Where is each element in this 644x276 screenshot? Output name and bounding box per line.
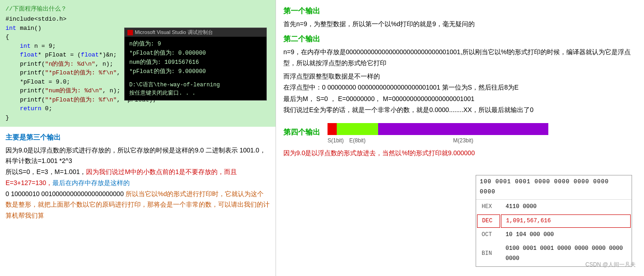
vs-popup-titlebar: Microsoft Visual Studio 调试控制台 [125,28,266,37]
code-block: //下面程序输出什么？ #include<stdio.h> int main()… [0,0,276,127]
vs-popup-body: n的值为: 9 *pFloat的值为: 0.000000 num的值为: 109… [125,37,266,79]
code-comment: //下面程序输出什么？ [6,5,270,13]
bit-m [378,123,548,135]
left-para-1: 因为9.0是以浮点数的形式进行存放的，所以它存放的时候是这样的9.0 二进制表示… [6,145,270,167]
code-line-8: return 0; [6,104,270,113]
right-inner: 第一个输出 首先n=9，为整型数据，所以第一个以%d打印的就是9，毫无疑问的 第… [283,5,637,271]
float-diagram-wrap: 第四个输出 S(1bit) E(8bit) M(23bit) [283,119,637,159]
left-para-2: 所以S=0，E=3，M=1.001，因为我们说过M中的小数点前的1是不要存放的，… [6,167,270,189]
section-4-title: 第四个输出 [283,126,320,139]
vs-line-4: *pFloat的值为: 9.000000 [129,67,262,76]
bit-s [328,123,337,135]
section-1-title: 第一个输出 [283,5,637,17]
hex-table-row: OCT10 104 000 000 [477,229,631,242]
right-panel: 第一个输出 首先n=9，为整型数据，所以第一个以%d打印的就是9，毫无疑问的 第… [276,0,644,276]
bit-labels: S(1bit) E(8bit) M(23bit) [328,136,548,146]
vs-popup-title: Microsoft Visual Studio 调试控制台 [135,29,213,36]
hex-label: HEX [477,201,500,214]
left-para-3: 0 10000010 00100000000000000000000 所以当它以… [6,189,270,221]
hex-label: DEC [477,214,500,228]
include-line: #include<stdio.h> [6,15,270,24]
bit-label-m: M(23bit) [378,136,548,146]
section-4-wrap: 第四个输出 S(1bit) E(8bit) M(23bit) [283,119,637,159]
section-3-body4: 最后为M， S=0 ， E=00000000， M=00000000000000… [283,93,637,105]
section-3-body2: 而浮点型跟整型取数据是不一样的 [283,71,637,82]
float-diagram: S(1bit) E(8bit) M(23bit) [328,119,548,146]
hex-table-wrap: 100 0001 0001 0000 0000 0000 0000 0000 H… [476,175,632,267]
vs-footer-2: 按任意键关闭此窗口. . . [129,89,262,97]
hex-label: BIN [477,242,500,265]
code-line-9: } [6,113,270,123]
section-3-body5: 我们说过E全为零的话，就是一个非常小的数，就是0.0000........XX，… [283,104,637,116]
vs-popup-footer: D:\C语言\the-way-of-learning 按任意键关闭此窗口. . … [125,79,266,100]
vs-icon [127,30,133,35]
bit-label-s: S(1bit) [328,136,337,146]
section-1-body: 首先n=9，为整型数据，所以第一个以%d打印的就是9，毫无疑问的 [283,18,637,30]
hex-value: 4110 0000 [501,201,631,214]
section-3: 而浮点型跟整型取数据是不一样的 在浮点型中：0 00000000 0000000… [283,71,637,116]
vs-line-3: num的值为: 1091567616 [129,58,262,67]
left-text-area: 主要是第三个输出 因为9.0是以浮点数的形式进行存放的，所以它存放的时候是这样的… [0,127,276,226]
bit-e [337,123,378,135]
left-panel: //下面程序输出什么？ #include<stdio.h> int main()… [0,0,276,276]
hex-table: HEX4110 0000DEC1,091,567,616OCT10 104 00… [476,200,632,266]
hex-value: 10 104 000 000 [501,229,631,242]
section-4-body: 因为9.0是以浮点数的形式放进去，当然以%f的形式打印就9.000000 [283,147,637,159]
section-1: 第一个输出 首先n=9，为整型数据，所以第一个以%d打印的就是9，毫无疑问的 [283,5,637,30]
vs-line-2: *pFloat的值为: 0.000000 [129,49,262,58]
hex-value: 1,091,567,616 [501,214,631,228]
vs-line-1: n的值为: 9 [129,39,262,49]
float-bit-bar [328,123,548,135]
bit-label-e: E(8bit) [337,136,378,146]
hex-table-row: HEX4110 0000 [477,201,631,214]
hex-table-row: DEC1,091,567,616 [477,214,631,228]
vs-footer-1: D:\C语言\the-way-of-learning [129,81,262,89]
csdn-watermark: CSDN @人间一凡夫 [585,260,636,270]
keyword-int: int [6,25,16,32]
section-2-body: n=9，在内存中存放是00000000000000000000000000001… [283,46,637,69]
left-heading: 主要是第三个输出 [6,131,270,143]
section-2: 第二个输出 n=9，在内存中存放是00000000000000000000000… [283,33,637,69]
section-2-title: 第二个输出 [283,33,637,45]
hex-bits-row: 100 0001 0001 0000 0000 0000 0000 0000 [476,175,632,200]
hex-label: OCT [477,229,500,242]
vs-popup: Microsoft Visual Studio 调试控制台 n的值为: 9 *p… [124,28,267,101]
section-3-body3: 在浮点型中：0 00000000 00000000000000000001001… [283,82,637,93]
